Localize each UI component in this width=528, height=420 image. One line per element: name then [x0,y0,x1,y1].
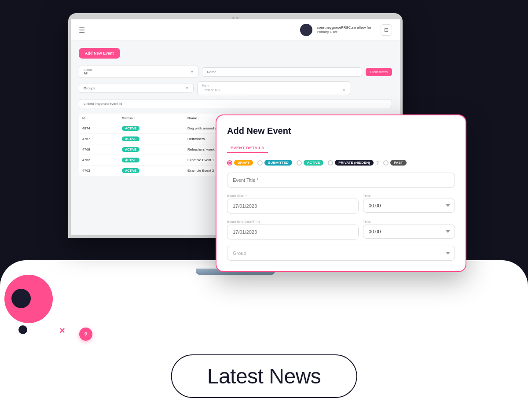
from-label: From [202,84,345,87]
radio-submitted[interactable]: SUBMITTED [257,160,292,166]
user-role: Primary User [317,30,371,34]
modal-title: Add New Event [227,126,455,136]
add-event-modal: Add New Event EVENT DETAILS DRAFT SUBMIT… [216,114,466,272]
radio-circle-submitted [257,160,263,166]
status-radio-row: DRAFT SUBMITTED ACTIVE PRIVATE (HIDDEN) … [227,160,455,166]
submitted-pill: SUBMITTED [264,160,292,166]
private-pill: PRIVATE (HIDDEN) [335,160,374,166]
filter-row-2: Groups ▼ From 17/01/2023 ✕ [79,81,392,95]
status-filter-content: Status All [84,68,92,75]
groups-value: Groups [84,86,95,90]
cell-status: ACTIVE [118,144,184,155]
end-date-col: Event End Date/Time [227,220,359,239]
cell-id: 4762 [79,155,118,166]
start-date-input[interactable] [227,199,359,214]
latest-news-section: Latest News [171,354,357,398]
end-date-input[interactable] [227,225,359,239]
user-name: courtneygracePRSC.sn allow for [317,26,371,30]
cell-status: ACTIVE [118,155,184,166]
date-filter-group: From 17/01/2023 ✕ [197,81,350,95]
cell-id: 4763 [79,166,118,176]
clear-filters-button[interactable]: Clear filters [366,68,392,76]
col-status: Status ↕ [118,114,184,123]
start-time-col: Time 00:00 [363,194,455,214]
private-help-icon[interactable]: ? [376,160,379,166]
past-pill: PAST [390,160,407,166]
from-date-value: 17/01/2023 [202,88,220,92]
end-time-select[interactable]: 00:00 [363,225,455,239]
radio-circle-active [297,160,302,166]
radio-private[interactable]: PRIVATE (HIDDEN) ? [328,160,379,166]
deco-star-icon: ✳ [32,306,45,319]
notch-dot [232,17,235,19]
status-label: Status [84,68,92,71]
monitor-notch [71,16,400,19]
end-date-label: Event End Date/Time [227,220,359,224]
app-header: ☰ courtneygracePRSC.sn allow for Primary… [71,19,400,41]
status-value: All [84,71,92,75]
status-filter-group: Status All ▼ [79,66,198,78]
filter-row-1: Status All ▼ Clear filters [79,66,392,78]
status-chevron-icon: ▼ [190,70,194,74]
cell-id: 4874 [79,123,118,134]
date-clear-icon[interactable]: ✕ [342,88,345,92]
start-date-label: Event Start * [227,194,359,198]
sort-arrow-id: ↕ [86,117,88,120]
end-time-col: Time 00:00 [363,220,455,239]
help-button[interactable]: ? [79,328,92,341]
radio-dot-draft [228,162,231,164]
divider [376,26,376,34]
cell-status: ACTIVE [118,134,184,144]
active-pill: ACTIVE [304,160,323,166]
start-time-select[interactable]: 00:00 [363,199,455,213]
header-right: courtneygracePRSC.sn allow for Primary U… [300,24,392,36]
group-select[interactable]: Group [227,246,455,261]
menu-icon[interactable]: ☰ [79,26,85,34]
group-select-row: Group [227,246,455,261]
radio-active[interactable]: ACTIVE [297,160,323,166]
radio-draft[interactable]: DRAFT [227,160,253,166]
draft-pill: DRAFT [234,160,253,166]
modal-tab-event-details[interactable]: EVENT DETAILS [227,144,268,153]
cell-status: ACTIVE [118,166,184,176]
end-datetime-row: Event End Date/Time Time 00:00 [227,220,455,239]
cell-id: 4768 [79,144,118,155]
sort-arrow-status: ↕ [134,117,136,120]
name-filter-group [202,67,362,77]
notch-dot-2 [236,17,238,19]
deco-circle-inner [11,289,31,308]
sort-arrow-name: ↕ [198,117,200,120]
action-button[interactable]: ⊡ [381,24,392,36]
deco-x-icon: × [59,325,65,336]
radio-past[interactable]: PAST [383,160,407,166]
add-event-button[interactable]: Add New Event [79,48,120,59]
deco-dot-black [18,325,27,334]
col-id: Id ↕ [79,114,118,123]
radio-circle-past [383,160,389,166]
linked-event-input[interactable] [79,99,392,108]
groups-filter-group: Groups ▼ [79,84,194,93]
start-date-col: Event Start * [227,194,359,214]
event-title-input[interactable] [227,173,455,188]
name-input[interactable] [202,67,362,77]
start-datetime-row: Event Start * Time 00:00 [227,194,455,214]
end-time-label: Time [363,220,455,224]
avatar [300,24,312,36]
groups-chevron-icon: ▼ [185,86,189,90]
start-time-label: Time [363,194,455,198]
latest-news-pill: Latest News [171,354,357,398]
radio-circle-private [328,160,333,166]
cell-id: 4767 [79,134,118,144]
latest-news-label: Latest News [207,364,321,388]
cell-status: ACTIVE [118,123,184,134]
radio-circle-draft [227,160,232,166]
user-info: courtneygracePRSC.sn allow for Primary U… [317,26,371,35]
